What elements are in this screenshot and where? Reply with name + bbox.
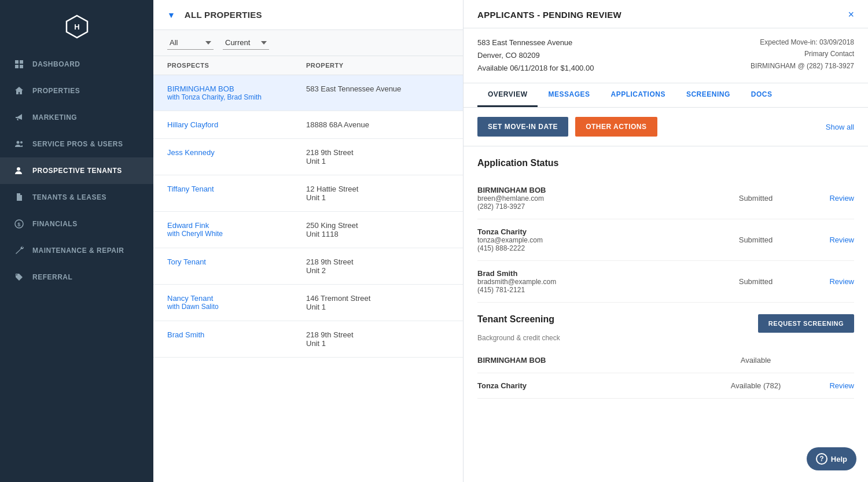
dollar-icon: $ bbox=[14, 219, 24, 229]
set-move-in-button[interactable]: SET MOVE-IN DATE bbox=[477, 117, 568, 137]
screening-title-block: Tenant Screening Background & credit che… bbox=[477, 314, 560, 342]
applicant-email: breen@hemlane.com bbox=[477, 194, 704, 203]
applicant-review-link[interactable]: Review bbox=[808, 236, 854, 244]
prospect-sub: with Cheryll White bbox=[167, 230, 306, 238]
filter-select-status[interactable]: Current bbox=[223, 36, 269, 50]
application-status-title: Application Status bbox=[477, 158, 854, 168]
sidebar-item-label: SERVICE PROS & USERS bbox=[32, 140, 123, 148]
prospect-name: BIRMINGHAM BOB bbox=[167, 84, 306, 93]
address-left: 583 East Tennessee Avenue Denver, CO 802… bbox=[477, 36, 594, 75]
panel-address-area: 583 East Tennessee Avenue Denver, CO 802… bbox=[464, 28, 868, 83]
sidebar-item-financials[interactable]: $ FINANCIALS bbox=[0, 211, 153, 237]
other-actions-button[interactable]: OTHER ACTIONS bbox=[575, 117, 657, 137]
applicant-phone: (415) 781-2121 bbox=[477, 286, 704, 294]
home-icon bbox=[14, 86, 24, 96]
col-prospects: PROSPECTS bbox=[167, 62, 306, 69]
person-check-icon bbox=[14, 165, 24, 176]
svg-rect-2 bbox=[15, 60, 19, 64]
applicant-row: Tonza Charity tonza@example.com (415) 88… bbox=[477, 219, 854, 261]
svg-point-6 bbox=[17, 141, 20, 144]
contact-value: BIRMINGHAM @ (282) 718-3927 bbox=[751, 60, 854, 72]
svg-text:H: H bbox=[74, 23, 79, 31]
applicant-status: Submitted bbox=[704, 277, 808, 286]
sidebar-item-properties[interactable]: PROPERTIES bbox=[0, 78, 153, 104]
help-label: Help bbox=[831, 455, 847, 463]
request-screening-button[interactable]: REQUEST SCREENING bbox=[758, 314, 854, 333]
panel-actions: SET MOVE-IN DATE OTHER ACTIONS Show all bbox=[464, 108, 868, 146]
applicant-review-link[interactable]: Review bbox=[808, 277, 854, 286]
applicant-name: BIRMINGHAM BOB bbox=[477, 186, 704, 194]
move-in-label: Expected Move-in: 03/09/2018 bbox=[751, 36, 854, 48]
grid-icon bbox=[14, 59, 24, 69]
sidebar-item-prospective-tenants[interactable]: PROSPECTIVE TENANTS bbox=[0, 157, 153, 184]
app-wrapper: ▼ ALL PROPERTIES All Current PROSPECTS P… bbox=[153, 0, 868, 482]
tab-docs[interactable]: DOCS bbox=[741, 83, 783, 107]
sidebar-item-label: FINANCIALS bbox=[32, 220, 78, 228]
screening-name: BIRMINGHAM BOB bbox=[477, 356, 704, 365]
address-line1: 583 East Tennessee Avenue bbox=[477, 36, 594, 49]
wrench-icon bbox=[14, 245, 24, 256]
svg-rect-4 bbox=[15, 65, 19, 68]
panel-title: APPLICANTS - PENDING REVIEW bbox=[477, 10, 621, 20]
svg-rect-5 bbox=[20, 65, 23, 68]
svg-point-8 bbox=[17, 167, 20, 171]
sidebar-item-label: TENANTS & LEASES bbox=[32, 193, 106, 201]
tenant-screening-section: Tenant Screening Background & credit che… bbox=[477, 314, 854, 399]
show-all-button[interactable]: Show all bbox=[826, 123, 854, 131]
page-title: ALL PROPERTIES bbox=[185, 10, 262, 20]
sidebar-item-referral[interactable]: REFERRAL bbox=[0, 264, 153, 290]
screening-status: Available (782) bbox=[704, 381, 808, 390]
prospect-name: Nancy Tenant bbox=[167, 294, 306, 303]
tab-applications[interactable]: APPLICATIONS bbox=[600, 83, 675, 107]
sidebar-item-service-pros[interactable]: SERVICE PROS & USERS bbox=[0, 131, 153, 157]
screening-review-link[interactable]: Review bbox=[808, 381, 854, 390]
sidebar-item-tenants-leases[interactable]: TENANTS & LEASES bbox=[0, 184, 153, 211]
tab-overview[interactable]: OVERVIEW bbox=[477, 83, 538, 107]
tab-messages[interactable]: MESSAGES bbox=[538, 83, 600, 107]
svg-rect-3 bbox=[20, 60, 23, 64]
megaphone-icon bbox=[14, 112, 24, 123]
applicant-name: Brad Smith bbox=[477, 269, 704, 278]
prospect-name: Brad Smith bbox=[167, 330, 306, 339]
sidebar: H DASHBOARD PROPERTIES MARKETING SERVI bbox=[0, 0, 153, 482]
prospect-name: Hillary Clayford bbox=[167, 120, 306, 129]
sidebar-item-marketing[interactable]: MARKETING bbox=[0, 104, 153, 131]
address-line3: Available 06/11/2018 for $1,400.00 bbox=[477, 62, 594, 75]
applicant-row: Brad Smith bradsmith@example.com (415) 7… bbox=[477, 261, 854, 303]
filter-select-type[interactable]: All bbox=[167, 36, 214, 50]
applicant-name: Tonza Charity bbox=[477, 227, 704, 236]
hemlane-logo: H bbox=[64, 14, 90, 39]
svg-point-7 bbox=[20, 141, 23, 144]
sidebar-item-dashboard[interactable]: DASHBOARD bbox=[0, 51, 153, 78]
screening-subtitle: Background & credit check bbox=[477, 334, 560, 342]
svg-text:$: $ bbox=[17, 222, 21, 227]
applicant-email: bradsmith@example.com bbox=[477, 278, 704, 286]
sidebar-item-label: MAINTENANCE & REPAIR bbox=[32, 246, 124, 255]
applicant-review-link[interactable]: Review bbox=[808, 194, 854, 203]
close-icon[interactable]: × bbox=[848, 9, 854, 20]
sidebar-item-maintenance[interactable]: MAINTENANCE & REPAIR bbox=[0, 237, 153, 264]
prospect-sub: with Tonza Charity, Brad Smith bbox=[167, 93, 306, 101]
tag-icon bbox=[14, 272, 24, 282]
applicant-status: Submitted bbox=[704, 236, 808, 244]
panel-header: APPLICANTS - PENDING REVIEW × bbox=[464, 0, 868, 28]
panel-body: Application Status BIRMINGHAM BOB breen@… bbox=[464, 146, 868, 482]
logo-area: H bbox=[0, 0, 153, 51]
applicant-phone: (415) 888-2222 bbox=[477, 244, 704, 252]
sidebar-nav: DASHBOARD PROPERTIES MARKETING SERVICE P… bbox=[0, 51, 153, 482]
prospect-name: Tory Tenant bbox=[167, 257, 306, 266]
help-button[interactable]: ? Help bbox=[807, 447, 856, 470]
help-icon: ? bbox=[816, 453, 827, 465]
sidebar-item-label: PROPERTIES bbox=[32, 87, 80, 95]
users-icon bbox=[14, 139, 24, 149]
tab-screening[interactable]: SCREENING bbox=[676, 83, 741, 107]
screening-row: Tonza Charity Available (782) Review bbox=[477, 373, 854, 399]
screening-header: Tenant Screening Background & credit che… bbox=[477, 314, 854, 342]
sidebar-item-label: PROSPECTIVE TENANTS bbox=[32, 167, 122, 175]
applicant-row: BIRMINGHAM BOB breen@hemlane.com (282) 7… bbox=[477, 178, 854, 219]
back-arrow[interactable]: ▼ bbox=[167, 10, 175, 20]
file-icon bbox=[14, 192, 24, 203]
sidebar-item-label: MARKETING bbox=[32, 113, 77, 122]
contact-label: Primary Contact bbox=[751, 48, 854, 60]
screening-title: Tenant Screening bbox=[477, 314, 560, 325]
